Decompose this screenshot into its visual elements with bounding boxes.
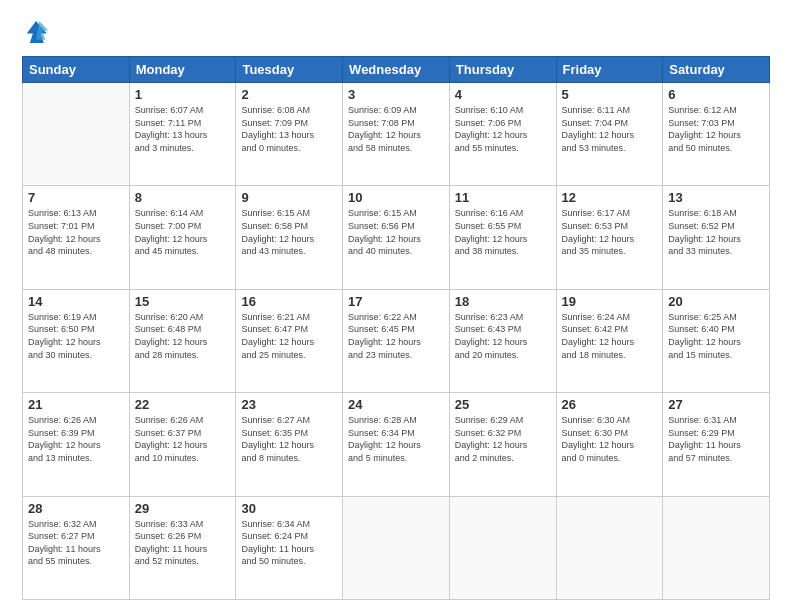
day-info: Sunrise: 6:28 AM Sunset: 6:34 PM Dayligh… <box>348 414 444 464</box>
calendar-cell: 29Sunrise: 6:33 AM Sunset: 6:26 PM Dayli… <box>129 496 236 599</box>
calendar-cell <box>23 83 130 186</box>
day-number: 5 <box>562 87 658 102</box>
calendar-cell: 30Sunrise: 6:34 AM Sunset: 6:24 PM Dayli… <box>236 496 343 599</box>
day-number: 20 <box>668 294 764 309</box>
day-number: 4 <box>455 87 551 102</box>
calendar-cell: 11Sunrise: 6:16 AM Sunset: 6:55 PM Dayli… <box>449 186 556 289</box>
day-info: Sunrise: 6:20 AM Sunset: 6:48 PM Dayligh… <box>135 311 231 361</box>
page: SundayMondayTuesdayWednesdayThursdayFrid… <box>0 0 792 612</box>
calendar-cell: 21Sunrise: 6:26 AM Sunset: 6:39 PM Dayli… <box>23 393 130 496</box>
day-info: Sunrise: 6:26 AM Sunset: 6:37 PM Dayligh… <box>135 414 231 464</box>
calendar: SundayMondayTuesdayWednesdayThursdayFrid… <box>22 56 770 600</box>
day-info: Sunrise: 6:16 AM Sunset: 6:55 PM Dayligh… <box>455 207 551 257</box>
calendar-cell: 7Sunrise: 6:13 AM Sunset: 7:01 PM Daylig… <box>23 186 130 289</box>
calendar-cell: 12Sunrise: 6:17 AM Sunset: 6:53 PM Dayli… <box>556 186 663 289</box>
day-info: Sunrise: 6:22 AM Sunset: 6:45 PM Dayligh… <box>348 311 444 361</box>
day-info: Sunrise: 6:25 AM Sunset: 6:40 PM Dayligh… <box>668 311 764 361</box>
day-number: 15 <box>135 294 231 309</box>
day-number: 16 <box>241 294 337 309</box>
day-info: Sunrise: 6:09 AM Sunset: 7:08 PM Dayligh… <box>348 104 444 154</box>
calendar-cell: 10Sunrise: 6:15 AM Sunset: 6:56 PM Dayli… <box>343 186 450 289</box>
day-number: 8 <box>135 190 231 205</box>
day-number: 14 <box>28 294 124 309</box>
day-info: Sunrise: 6:24 AM Sunset: 6:42 PM Dayligh… <box>562 311 658 361</box>
calendar-cell: 1Sunrise: 6:07 AM Sunset: 7:11 PM Daylig… <box>129 83 236 186</box>
day-info: Sunrise: 6:31 AM Sunset: 6:29 PM Dayligh… <box>668 414 764 464</box>
calendar-body: 1Sunrise: 6:07 AM Sunset: 7:11 PM Daylig… <box>23 83 770 600</box>
day-info: Sunrise: 6:19 AM Sunset: 6:50 PM Dayligh… <box>28 311 124 361</box>
weekday-header-thursday: Thursday <box>449 57 556 83</box>
day-number: 19 <box>562 294 658 309</box>
day-number: 27 <box>668 397 764 412</box>
calendar-week-4: 21Sunrise: 6:26 AM Sunset: 6:39 PM Dayli… <box>23 393 770 496</box>
day-number: 1 <box>135 87 231 102</box>
calendar-cell: 24Sunrise: 6:28 AM Sunset: 6:34 PM Dayli… <box>343 393 450 496</box>
weekday-header-saturday: Saturday <box>663 57 770 83</box>
day-info: Sunrise: 6:23 AM Sunset: 6:43 PM Dayligh… <box>455 311 551 361</box>
day-info: Sunrise: 6:26 AM Sunset: 6:39 PM Dayligh… <box>28 414 124 464</box>
logo <box>22 18 54 46</box>
calendar-cell: 8Sunrise: 6:14 AM Sunset: 7:00 PM Daylig… <box>129 186 236 289</box>
calendar-cell: 4Sunrise: 6:10 AM Sunset: 7:06 PM Daylig… <box>449 83 556 186</box>
calendar-week-2: 7Sunrise: 6:13 AM Sunset: 7:01 PM Daylig… <box>23 186 770 289</box>
weekday-header-monday: Monday <box>129 57 236 83</box>
calendar-cell: 23Sunrise: 6:27 AM Sunset: 6:35 PM Dayli… <box>236 393 343 496</box>
calendar-cell: 22Sunrise: 6:26 AM Sunset: 6:37 PM Dayli… <box>129 393 236 496</box>
calendar-cell: 9Sunrise: 6:15 AM Sunset: 6:58 PM Daylig… <box>236 186 343 289</box>
weekday-header-friday: Friday <box>556 57 663 83</box>
calendar-cell: 5Sunrise: 6:11 AM Sunset: 7:04 PM Daylig… <box>556 83 663 186</box>
top-section <box>22 18 770 46</box>
day-info: Sunrise: 6:07 AM Sunset: 7:11 PM Dayligh… <box>135 104 231 154</box>
calendar-cell: 17Sunrise: 6:22 AM Sunset: 6:45 PM Dayli… <box>343 289 450 392</box>
calendar-cell: 26Sunrise: 6:30 AM Sunset: 6:30 PM Dayli… <box>556 393 663 496</box>
calendar-cell: 14Sunrise: 6:19 AM Sunset: 6:50 PM Dayli… <box>23 289 130 392</box>
calendar-header: SundayMondayTuesdayWednesdayThursdayFrid… <box>23 57 770 83</box>
day-number: 26 <box>562 397 658 412</box>
day-info: Sunrise: 6:15 AM Sunset: 6:56 PM Dayligh… <box>348 207 444 257</box>
calendar-week-5: 28Sunrise: 6:32 AM Sunset: 6:27 PM Dayli… <box>23 496 770 599</box>
day-info: Sunrise: 6:34 AM Sunset: 6:24 PM Dayligh… <box>241 518 337 568</box>
calendar-cell: 13Sunrise: 6:18 AM Sunset: 6:52 PM Dayli… <box>663 186 770 289</box>
weekday-header-row: SundayMondayTuesdayWednesdayThursdayFrid… <box>23 57 770 83</box>
calendar-cell <box>343 496 450 599</box>
day-number: 29 <box>135 501 231 516</box>
day-number: 11 <box>455 190 551 205</box>
calendar-cell <box>556 496 663 599</box>
calendar-cell <box>663 496 770 599</box>
day-number: 18 <box>455 294 551 309</box>
day-number: 3 <box>348 87 444 102</box>
calendar-cell: 28Sunrise: 6:32 AM Sunset: 6:27 PM Dayli… <box>23 496 130 599</box>
day-number: 21 <box>28 397 124 412</box>
day-number: 22 <box>135 397 231 412</box>
calendar-cell: 18Sunrise: 6:23 AM Sunset: 6:43 PM Dayli… <box>449 289 556 392</box>
day-number: 10 <box>348 190 444 205</box>
day-info: Sunrise: 6:32 AM Sunset: 6:27 PM Dayligh… <box>28 518 124 568</box>
day-info: Sunrise: 6:29 AM Sunset: 6:32 PM Dayligh… <box>455 414 551 464</box>
calendar-cell: 3Sunrise: 6:09 AM Sunset: 7:08 PM Daylig… <box>343 83 450 186</box>
calendar-cell: 6Sunrise: 6:12 AM Sunset: 7:03 PM Daylig… <box>663 83 770 186</box>
day-info: Sunrise: 6:33 AM Sunset: 6:26 PM Dayligh… <box>135 518 231 568</box>
day-info: Sunrise: 6:12 AM Sunset: 7:03 PM Dayligh… <box>668 104 764 154</box>
day-info: Sunrise: 6:15 AM Sunset: 6:58 PM Dayligh… <box>241 207 337 257</box>
day-number: 6 <box>668 87 764 102</box>
calendar-cell: 19Sunrise: 6:24 AM Sunset: 6:42 PM Dayli… <box>556 289 663 392</box>
day-number: 9 <box>241 190 337 205</box>
day-info: Sunrise: 6:14 AM Sunset: 7:00 PM Dayligh… <box>135 207 231 257</box>
day-info: Sunrise: 6:08 AM Sunset: 7:09 PM Dayligh… <box>241 104 337 154</box>
day-number: 23 <box>241 397 337 412</box>
calendar-week-1: 1Sunrise: 6:07 AM Sunset: 7:11 PM Daylig… <box>23 83 770 186</box>
weekday-header-tuesday: Tuesday <box>236 57 343 83</box>
day-info: Sunrise: 6:18 AM Sunset: 6:52 PM Dayligh… <box>668 207 764 257</box>
day-number: 7 <box>28 190 124 205</box>
day-number: 25 <box>455 397 551 412</box>
day-info: Sunrise: 6:10 AM Sunset: 7:06 PM Dayligh… <box>455 104 551 154</box>
calendar-cell <box>449 496 556 599</box>
calendar-cell: 27Sunrise: 6:31 AM Sunset: 6:29 PM Dayli… <box>663 393 770 496</box>
day-info: Sunrise: 6:27 AM Sunset: 6:35 PM Dayligh… <box>241 414 337 464</box>
calendar-cell: 25Sunrise: 6:29 AM Sunset: 6:32 PM Dayli… <box>449 393 556 496</box>
calendar-week-3: 14Sunrise: 6:19 AM Sunset: 6:50 PM Dayli… <box>23 289 770 392</box>
day-number: 17 <box>348 294 444 309</box>
day-number: 28 <box>28 501 124 516</box>
calendar-cell: 16Sunrise: 6:21 AM Sunset: 6:47 PM Dayli… <box>236 289 343 392</box>
day-info: Sunrise: 6:17 AM Sunset: 6:53 PM Dayligh… <box>562 207 658 257</box>
